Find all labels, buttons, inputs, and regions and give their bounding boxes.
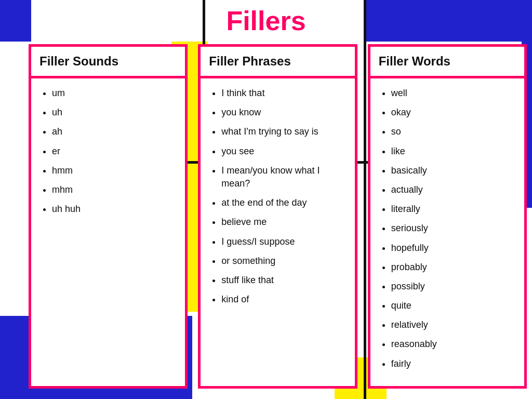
list-item: stuff like that bbox=[221, 274, 344, 287]
list-item: ah bbox=[52, 125, 175, 138]
list-item: probably bbox=[391, 261, 514, 274]
list-item: quite bbox=[391, 299, 514, 312]
list-item: I guess/I suppose bbox=[221, 235, 344, 248]
list-item: uh bbox=[52, 106, 175, 119]
filler-words-header: Filler Words bbox=[370, 47, 524, 78]
list-item: or something bbox=[221, 255, 344, 268]
list-item: um bbox=[52, 87, 175, 100]
filler-words-card: Filler Words well okay so like basically… bbox=[368, 44, 527, 389]
filler-sounds-header: Filler Sounds bbox=[31, 47, 185, 78]
list-item: I mean/you know what I mean? bbox=[221, 164, 344, 190]
list-item: at the end of the day bbox=[221, 196, 344, 209]
filler-phrases-list: I think that you know what I'm trying to… bbox=[211, 87, 344, 306]
filler-words-title: Filler Words bbox=[379, 54, 450, 68]
filler-sounds-title: Filler Sounds bbox=[39, 54, 118, 68]
filler-words-list: well okay so like basically actually lit… bbox=[381, 87, 514, 370]
list-item: seriously bbox=[391, 222, 514, 235]
list-item: what I'm trying to say is bbox=[221, 125, 344, 138]
filler-sounds-body: um uh ah er hmm mhm uh huh bbox=[31, 78, 185, 386]
list-item: relatively bbox=[391, 318, 514, 331]
page-title: Fillers bbox=[0, 5, 532, 36]
list-item: uh huh bbox=[52, 203, 175, 216]
list-item: er bbox=[52, 145, 175, 158]
list-item: you know bbox=[221, 106, 344, 119]
filler-sounds-list: um uh ah er hmm mhm uh huh bbox=[42, 87, 175, 216]
list-item: literally bbox=[391, 203, 514, 216]
list-item: basically bbox=[391, 164, 514, 177]
list-item: hmm bbox=[52, 164, 175, 177]
columns-wrapper: Filler Sounds um uh ah er hmm mhm uh huh… bbox=[29, 44, 527, 389]
list-item: reasonably bbox=[391, 338, 514, 351]
list-item: believe me bbox=[221, 216, 344, 229]
list-item: actually bbox=[391, 183, 514, 196]
list-item: fairly bbox=[391, 357, 514, 370]
filler-words-body: well okay so like basically actually lit… bbox=[370, 78, 524, 386]
list-item: I think that bbox=[221, 87, 344, 100]
list-item: you see bbox=[221, 145, 344, 158]
filler-sounds-card: Filler Sounds um uh ah er hmm mhm uh huh bbox=[29, 44, 188, 389]
list-item: mhm bbox=[52, 183, 175, 196]
filler-phrases-title: Filler Phrases bbox=[209, 54, 290, 68]
list-item: possibly bbox=[391, 280, 514, 293]
list-item: kind of bbox=[221, 293, 344, 306]
list-item: well bbox=[391, 87, 514, 100]
filler-phrases-card: Filler Phrases I think that you know wha… bbox=[198, 44, 357, 389]
list-item: like bbox=[391, 145, 514, 158]
list-item: so bbox=[391, 125, 514, 138]
filler-phrases-body: I think that you know what I'm trying to… bbox=[201, 78, 354, 386]
filler-phrases-header: Filler Phrases bbox=[201, 47, 354, 78]
list-item: hopefully bbox=[391, 242, 514, 255]
list-item: okay bbox=[391, 106, 514, 119]
